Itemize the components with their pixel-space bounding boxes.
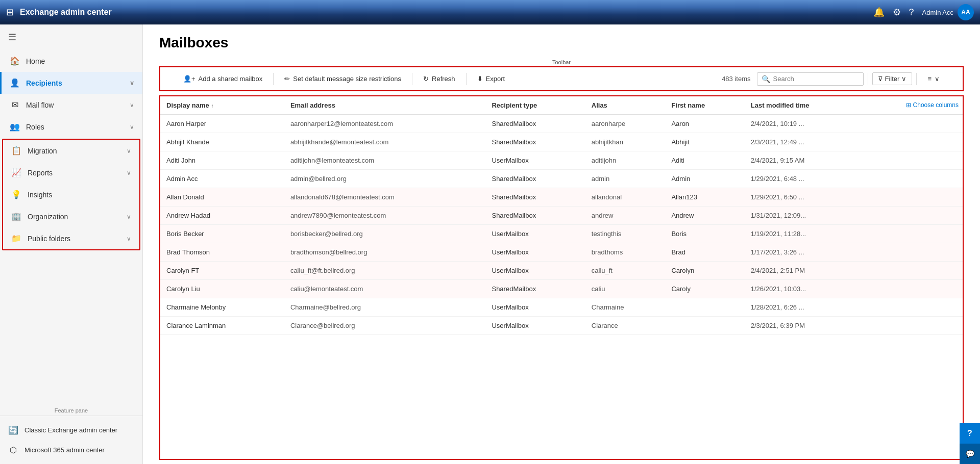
table-cell: allandonal	[585, 188, 666, 207]
sidebar-item-migration[interactable]: 📋 Migration ∨	[3, 140, 139, 162]
sidebar-item-label: Roles	[26, 123, 124, 131]
page-title: Mailboxes	[159, 35, 964, 51]
table-row[interactable]: Allan Donaldallandonald678@lemonteatest.…	[160, 188, 963, 207]
chevron-down-icon: ∨	[901, 75, 906, 83]
export-icon: ⬇	[477, 75, 483, 83]
sidebar-item-mail-flow[interactable]: ✉ Mail flow ∨	[0, 94, 142, 116]
right-panel: ? 💬	[960, 423, 980, 464]
table-row[interactable]: Carolyn Liucaliu@lemonteatest.comSharedM…	[160, 280, 963, 298]
view-options-icon: ≡	[927, 75, 932, 83]
table-cell: andrew	[585, 207, 666, 225]
filter-icon: ⊽	[878, 75, 883, 83]
filter-button[interactable]: ⊽ Filter ∨	[872, 72, 913, 85]
table-cell: Carolyn FT	[160, 262, 284, 280]
table-cell: Brad Thomson	[160, 243, 284, 262]
view-options-button[interactable]: ≡ ∨	[921, 71, 946, 86]
table-row[interactable]: Aditi Johnaditijohn@lemonteatest.comUser…	[160, 151, 963, 170]
user-menu[interactable]: Admin Acc AA	[922, 4, 974, 20]
table-cell: UserMailbox	[485, 262, 585, 280]
search-box[interactable]: 🔍	[757, 72, 864, 86]
table-row[interactable]: Abhijit Khandeabhijitkhande@lemonteatest…	[160, 133, 963, 151]
table-cell: 2/3/2021, 6:39 PM	[745, 317, 963, 335]
col-email[interactable]: Email address	[284, 96, 486, 115]
roles-icon: 👥	[10, 122, 20, 132]
table-row[interactable]: Charmaine MelonbyCharmaine@bellred.orgUs…	[160, 298, 963, 317]
migration-icon: 📋	[11, 146, 21, 156]
grid-icon[interactable]: ⊞	[6, 7, 14, 18]
main-layout: ☰ 🏠 Home 👤 Recipients ∨ ✉ Mail flow ∨ 👥	[0, 24, 980, 464]
col-alias[interactable]: Alias	[585, 96, 666, 115]
col-recipient-type[interactable]: Recipient type	[485, 96, 585, 115]
sidebar-item-roles[interactable]: 👥 Roles ∨	[0, 116, 142, 138]
col-first-name[interactable]: First name	[665, 96, 744, 115]
table-header: Display name ↑ Email address Recipient t…	[160, 96, 963, 115]
avatar: AA	[958, 4, 974, 20]
set-default-label: Set default message size restrictions	[293, 75, 401, 83]
sidebar-item-home[interactable]: 🏠 Home	[0, 50, 142, 72]
chevron-down-icon: ∨	[935, 75, 940, 83]
table-cell: Aaron	[665, 115, 744, 133]
separator	[916, 73, 917, 85]
bell-icon[interactable]: 🔔	[873, 7, 885, 18]
table-cell: caliu_ft@ft.bellred.org	[284, 262, 486, 280]
user-name: Admin Acc	[922, 9, 953, 16]
table-cell: SharedMailbox	[485, 115, 585, 133]
table-row[interactable]: Clarance LaminmanClarance@bellred.orgUse…	[160, 317, 963, 335]
help-panel-button[interactable]: ?	[960, 423, 980, 444]
table-cell: 1/28/2021, 6:26 ...	[745, 298, 963, 317]
sidebar-item-classic-admin[interactable]: 🔄 Classic Exchange admin center	[0, 420, 142, 440]
highlighted-nav-group: 📋 Migration ∨ 📈 Reports ∨ 💡 Insights	[2, 139, 140, 250]
table-cell: Boris Becker	[160, 225, 284, 243]
add-shared-icon: 👤+	[183, 75, 195, 83]
table-row[interactable]: Carolyn FTcaliu_ft@ft.bellred.orgUserMai…	[160, 262, 963, 280]
choose-columns-button[interactable]: ⊞ Choose columns	[906, 101, 959, 109]
topbar: ⊞ Exchange admin center 🔔 ⚙ ? Admin Acc …	[0, 0, 980, 24]
content-area: Mailboxes Toolbar 👤+ Add a shared mailbo…	[143, 24, 980, 464]
table-cell: 1/31/2021, 12:09...	[745, 207, 963, 225]
col-display-name[interactable]: Display name ↑	[160, 96, 284, 115]
pencil-icon: ✏	[284, 75, 290, 83]
insights-icon: 💡	[11, 190, 21, 199]
add-shared-mailbox-button[interactable]: 👤+ Add a shared mailbox	[177, 71, 269, 86]
table-cell: Carolyn	[665, 262, 744, 280]
table-cell: allandonald678@lemonteatest.com	[284, 188, 486, 207]
table-cell: UserMailbox	[485, 225, 585, 243]
table-cell: Andrew	[665, 207, 744, 225]
chat-panel-button[interactable]: 💬	[960, 444, 980, 464]
sidebar-item-m365-admin[interactable]: ⬡ Microsoft 365 admin center	[0, 440, 142, 460]
help-icon[interactable]: ?	[909, 7, 914, 18]
table-row[interactable]: Boris Beckerborisbecker@bellred.orgUserM…	[160, 225, 963, 243]
sidebar-item-public-folders[interactable]: 📁 Public folders ∨	[3, 227, 139, 249]
export-button[interactable]: ⬇ Export	[471, 71, 512, 86]
refresh-icon: ↻	[423, 75, 429, 83]
table-cell	[665, 317, 744, 335]
settings-icon[interactable]: ⚙	[893, 7, 901, 18]
set-default-button[interactable]: ✏ Set default message size restrictions	[278, 71, 408, 86]
search-input[interactable]	[773, 75, 859, 83]
table-row[interactable]: Brad Thomsonbradthomson@bellred.orgUserM…	[160, 243, 963, 262]
table-cell: 2/4/2021, 9:15 AM	[745, 151, 963, 170]
table-row[interactable]: Andrew Hadadandrew7890@lemonteatest.comS…	[160, 207, 963, 225]
m365-admin-label: Microsoft 365 admin center	[24, 446, 105, 454]
sidebar-item-organization[interactable]: 🏢 Organization ∨	[3, 205, 139, 227]
sidebar-item-recipients[interactable]: 👤 Recipients ∨	[0, 72, 142, 94]
chevron-down-icon: ∨	[130, 123, 134, 131]
refresh-button[interactable]: ↻ Refresh	[416, 71, 462, 86]
toolbar: 👤+ Add a shared mailbox ✏ Set default me…	[159, 66, 964, 91]
refresh-label: Refresh	[432, 75, 455, 83]
chevron-down-icon: ∨	[130, 80, 134, 87]
sidebar-item-reports[interactable]: 📈 Reports ∨	[3, 162, 139, 184]
sidebar-item-insights[interactable]: 💡 Insights	[3, 184, 139, 205]
organization-icon: 🏢	[11, 212, 21, 221]
hamburger-button[interactable]: ☰	[0, 24, 142, 50]
separator	[273, 73, 274, 85]
sidebar-item-label: Mail flow	[26, 101, 124, 109]
chevron-down-icon: ∨	[127, 147, 131, 154]
table-row[interactable]: Admin Accadmin@bellred.orgSharedMailboxa…	[160, 170, 963, 188]
app-title: Exchange admin center	[20, 8, 873, 17]
table-row[interactable]: Aaron Harperaaronharper12@lemonteatest.c…	[160, 115, 963, 133]
table-cell: borisbecker@bellred.org	[284, 225, 486, 243]
table-cell: Aaron Harper	[160, 115, 284, 133]
export-label: Export	[486, 75, 505, 83]
table-cell: admin@bellred.org	[284, 170, 486, 188]
